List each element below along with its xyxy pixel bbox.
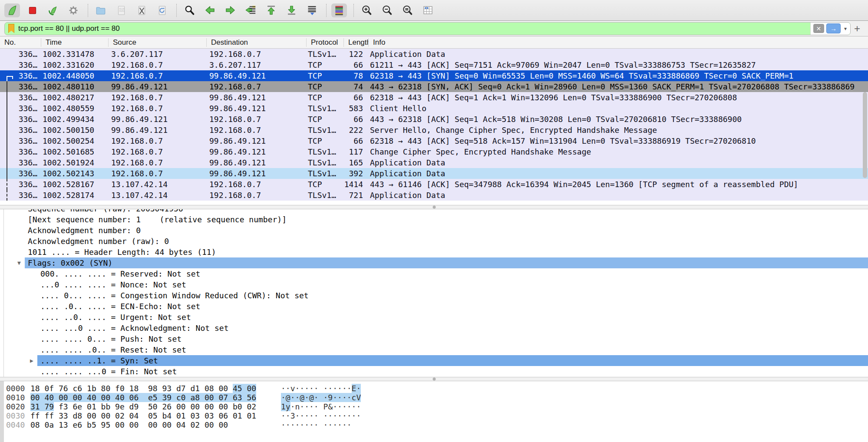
- packet-row[interactable]: 336… 1002.502143 192.168.0.7 99.86.49.12…: [0, 168, 868, 179]
- save-file-button[interactable]: 01100101: [113, 3, 129, 17]
- packet-row[interactable]: 336… 1002.331478 3.6.207.117 192.168.0.7…: [0, 49, 868, 59]
- hex-ascii[interactable]: ········ ······: [281, 420, 352, 429]
- packet-row[interactable]: 336… 1002.501685 192.168.0.7 99.86.49.12…: [0, 146, 868, 157]
- disclosure-triangle-icon[interactable]: [30, 301, 40, 312]
- disclosure-triangle-icon[interactable]: [17, 225, 28, 236]
- hex-ascii[interactable]: ·@··@·@· ·9····cV: [281, 393, 361, 402]
- hex-ascii[interactable]: ··3····· ········: [281, 411, 361, 420]
- disclosure-triangle-icon[interactable]: [30, 279, 40, 290]
- find-packet-button[interactable]: [182, 3, 197, 17]
- start-capture-button[interactable]: [4, 3, 20, 17]
- hex-ascii[interactable]: 1y·n···· P&······: [281, 402, 361, 411]
- arrow-right-icon: [224, 4, 236, 16]
- column-header-info[interactable]: Info: [368, 38, 868, 47]
- hex-row[interactable]: 0020 31 79 f3 6e 01 bb 9e d9 50 26 00 00…: [0, 402, 868, 411]
- hex-bytes[interactable]: 08 0a 13 e6 b5 95 00 00 00 00 04 02 00 0…: [30, 420, 267, 429]
- packet-row[interactable]: 336… 1002.448050 192.168.0.7 99.86.49.12…: [0, 70, 868, 81]
- disclosure-triangle-icon[interactable]: [30, 323, 40, 333]
- list-details-splitter[interactable]: [0, 205, 868, 209]
- detail-row[interactable]: .... .0.. .... = ECN-Echo: Not set: [0, 301, 868, 312]
- hex-bytes[interactable]: 31 79 f3 6e 01 bb 9e d9 50 26 00 00 00 0…: [30, 402, 267, 411]
- detail-row[interactable]: .... 0... .... = Congestion Window Reduc…: [0, 290, 868, 301]
- restart-capture-button[interactable]: [45, 3, 61, 17]
- disclosure-triangle-icon[interactable]: [17, 209, 28, 214]
- disclosure-triangle-icon[interactable]: [30, 312, 40, 323]
- colorize-packets-button[interactable]: [331, 3, 347, 17]
- hex-ascii[interactable]: ··v····· ······E·: [281, 384, 361, 393]
- filter-dropdown-chevron-icon[interactable]: ▾: [844, 26, 847, 32]
- first-packet-button[interactable]: [263, 3, 279, 17]
- detail-row[interactable]: .... .... ...0 = Fin: Not set: [0, 366, 868, 377]
- filter-add-button[interactable]: +: [851, 23, 864, 35]
- detail-row[interactable]: .... .... 0... = Push: Not set: [0, 333, 868, 344]
- detail-row[interactable]: [Next sequence number: 1 (relative seque…: [0, 214, 868, 225]
- hex-row[interactable]: 0000 18 0f 76 c6 1b 80 f0 18 98 93 d7 d1…: [0, 384, 868, 393]
- disclosure-triangle-icon[interactable]: [17, 236, 28, 247]
- next-packet-button[interactable]: [222, 3, 238, 17]
- disclosure-triangle-icon[interactable]: [17, 214, 28, 225]
- hex-bytes[interactable]: ff ff 33 d8 00 00 02 04 05 b4 01 03 03 0…: [30, 411, 267, 420]
- hex-row[interactable]: 0040 08 0a 13 e6 b5 95 00 00 00 00 04 02…: [0, 420, 868, 429]
- packet-source: 99.86.49.121: [108, 114, 206, 125]
- packet-row[interactable]: 336… 1002.480217 192.168.0.7 99.86.49.12…: [0, 92, 868, 103]
- display-filter-field[interactable]: ✕ → ▾: [4, 22, 851, 35]
- filter-bookmark-icon[interactable]: [8, 24, 14, 33]
- detail-row[interactable]: Acknowledgment number (raw): 0: [0, 236, 868, 247]
- zoom-in-button[interactable]: [359, 3, 374, 17]
- column-header-protocol[interactable]: Protocol: [306, 38, 343, 47]
- stop-capture-button[interactable]: [25, 3, 40, 17]
- hex-row[interactable]: 0030 ff ff 33 d8 00 00 02 04 05 b4 01 03…: [0, 411, 868, 420]
- column-header-source[interactable]: Source: [108, 38, 206, 47]
- detail-row[interactable]: Acknowledgment number: 0: [0, 225, 868, 236]
- disclosure-triangle-icon[interactable]: [30, 333, 40, 344]
- detail-row[interactable]: ▼ Flags: 0x002 (SYN): [0, 257, 868, 268]
- close-file-button[interactable]: [134, 3, 149, 17]
- column-header-length[interactable]: Length: [343, 38, 368, 47]
- previous-packet-button[interactable]: [202, 3, 218, 17]
- detail-row[interactable]: .... .... .0.. = Reset: Not set: [0, 344, 868, 355]
- hex-row[interactable]: 0010 00 40 00 00 40 00 40 06 e5 39 c0 a8…: [0, 393, 868, 402]
- last-packet-button[interactable]: [284, 3, 299, 17]
- packet-row[interactable]: 336… 1002.480110 99.86.49.121 192.168.0.…: [0, 81, 868, 92]
- zoom-out-button[interactable]: [379, 3, 395, 17]
- detail-row[interactable]: 000. .... .... = Reserved: Not set: [0, 268, 868, 279]
- packet-row[interactable]: 336… 1002.480559 192.168.0.7 99.86.49.12…: [0, 103, 868, 114]
- detail-row[interactable]: 1011 .... = Header Length: 44 bytes (11): [0, 247, 868, 257]
- detail-row[interactable]: .... ...0 .... = Acknowledgment: Not set: [0, 323, 868, 333]
- go-to-packet-button[interactable]: [243, 3, 258, 17]
- packet-row[interactable]: 336… 1002.499434 99.86.49.121 192.168.0.…: [0, 114, 868, 125]
- packet-row[interactable]: 336… 1002.500254 192.168.0.7 99.86.49.12…: [0, 135, 868, 146]
- filter-apply-button[interactable]: →: [826, 23, 841, 33]
- packet-row[interactable]: 336… 1002.528174 13.107.42.14 192.168.0.…: [0, 190, 868, 201]
- packet-list-scrollbar-thumb[interactable]: [863, 92, 867, 178]
- packet-row[interactable]: 336… 1002.500150 99.86.49.121 192.168.0.…: [0, 125, 868, 135]
- open-file-button[interactable]: [93, 3, 109, 17]
- packet-row[interactable]: 336… 1002.331620 192.168.0.7 3.6.207.117…: [0, 59, 868, 70]
- display-filter-input[interactable]: [18, 24, 810, 33]
- detail-row[interactable]: ▶ .... .... ..1. = Syn: Set: [0, 355, 868, 366]
- detail-row[interactable]: .... ..0. .... = Urgent: Not set: [0, 312, 868, 323]
- detail-row[interactable]: ...0 .... .... = Nonce: Not set: [0, 279, 868, 290]
- zoom-reset-button[interactable]: [399, 3, 415, 17]
- filter-clear-button[interactable]: ✕: [813, 24, 824, 33]
- disclosure-triangle-icon[interactable]: [17, 247, 28, 257]
- hex-bytes[interactable]: 00 40 00 00 40 00 40 06 e5 39 c0 a8 00 0…: [30, 393, 267, 402]
- hex-bytes[interactable]: 18 0f 76 c6 1b 80 f0 18 98 93 d7 d1 08 0…: [30, 384, 267, 393]
- column-header-no[interactable]: No.: [0, 38, 41, 47]
- auto-scroll-button[interactable]: [304, 3, 320, 17]
- packet-row[interactable]: 336… 1002.528167 13.107.42.14 192.168.0.…: [0, 179, 868, 190]
- column-header-time[interactable]: Time: [41, 38, 108, 47]
- disclosure-triangle-icon[interactable]: [30, 344, 40, 355]
- disclosure-triangle-icon[interactable]: [30, 366, 40, 377]
- column-header-destination[interactable]: Destination: [206, 38, 306, 47]
- reload-file-button[interactable]: [154, 3, 170, 17]
- resize-columns-button[interactable]: [420, 3, 436, 17]
- capture-options-button[interactable]: [66, 3, 81, 17]
- packet-details-pane: Sequence number (raw): 2003041956 [Next …: [0, 209, 868, 377]
- filter-toolbar: ✕ → ▾ +: [0, 21, 868, 36]
- disclosure-triangle-icon[interactable]: [30, 290, 40, 301]
- details-hex-splitter[interactable]: [0, 377, 868, 381]
- packet-row[interactable]: 336… 1002.501924 192.168.0.7 99.86.49.12…: [0, 157, 868, 168]
- disclosure-triangle-icon[interactable]: [30, 268, 40, 279]
- detail-row[interactable]: Sequence number (raw): 2003041956: [0, 209, 868, 214]
